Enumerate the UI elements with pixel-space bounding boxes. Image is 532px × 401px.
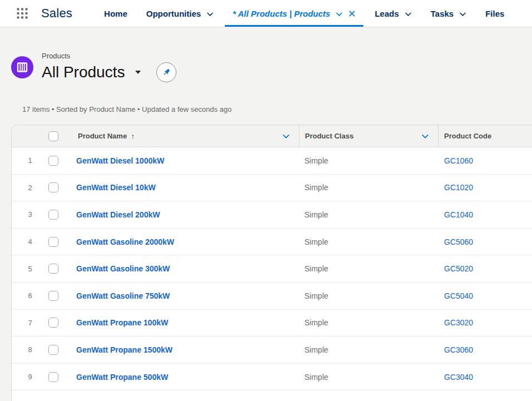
- app-launcher-button[interactable]: [16, 7, 29, 20]
- table-row: 7 GenWatt Propane 100kW Simple GC3020: [12, 310, 532, 337]
- table-row: 2 GenWatt Diesel 10kW Simple GC1020: [12, 175, 532, 202]
- row-number: 1: [12, 156, 48, 165]
- nav-tab-home-label: Home: [104, 9, 127, 18]
- app-name: Sales: [41, 6, 72, 21]
- product-name-link[interactable]: GenWatt Diesel 10kW: [76, 183, 156, 192]
- product-class-value: Simple: [299, 183, 438, 192]
- product-code-link[interactable]: GC1060: [444, 156, 473, 165]
- product-class-value: Simple: [299, 291, 438, 300]
- table-row: 1 GenWatt Diesel 1000kW Simple GC1060: [12, 147, 532, 175]
- column-menu-chevron-icon[interactable]: [420, 131, 430, 141]
- chevron-down-icon[interactable]: [336, 11, 343, 18]
- product-name-link[interactable]: GenWatt Diesel 1000kW: [76, 156, 164, 165]
- row-number: 5: [12, 265, 48, 273]
- title-block: Products All Products: [42, 52, 176, 83]
- column-header-product-name[interactable]: Product Name ↑: [72, 125, 299, 147]
- nav-tab-leads[interactable]: Leads: [365, 0, 421, 27]
- table-header-row: Product Name ↑ Product Class Product Cod…: [12, 125, 532, 147]
- table-row: 9 GenWatt Propane 500kW Simple GC3040: [12, 364, 532, 391]
- sort-ascending-icon: ↑: [131, 132, 135, 141]
- row-checkbox[interactable]: [48, 156, 58, 166]
- table-row: 5 GenWatt Gasoline 300kW Simple GC5020: [12, 255, 532, 283]
- product-class-value: Simple: [299, 373, 438, 382]
- list-view-selector-dropdown[interactable]: [133, 68, 143, 76]
- nav-tab-leads-label: Leads: [375, 9, 398, 18]
- products-list-table: Product Name ↑ Product Class Product Cod…: [11, 125, 532, 401]
- product-class-value: Simple: [299, 345, 438, 354]
- nav-tab-tasks[interactable]: Tasks: [421, 0, 476, 27]
- product-code-link[interactable]: GC3020: [444, 318, 473, 327]
- table-row: 4 GenWatt Gasoline 2000kW Simple GC5060: [12, 229, 532, 256]
- caret-down-icon: [135, 71, 141, 74]
- table-row: 3 GenWatt Diesel 200kW Simple GC1040: [12, 201, 532, 229]
- row-checkbox[interactable]: [48, 372, 58, 382]
- row-checkbox[interactable]: [48, 210, 58, 220]
- products-object-icon: [11, 56, 33, 78]
- column-menu-chevron-icon[interactable]: [281, 131, 291, 141]
- chevron-down-icon[interactable]: [405, 11, 412, 18]
- nav-tab-all-products-label: * All Products | Products: [233, 9, 330, 18]
- list-view-page: Products All Products 17 it: [0, 52, 532, 401]
- product-name-link[interactable]: GenWatt Propane 100kW: [76, 318, 168, 327]
- row-checkbox[interactable]: [48, 237, 58, 247]
- product-class-value: Simple: [299, 318, 438, 327]
- row-number: 9: [12, 373, 48, 381]
- table-row-partial: [12, 390, 532, 401]
- product-code-link[interactable]: GC5060: [444, 237, 473, 246]
- row-number: 4: [12, 237, 48, 246]
- product-code-link[interactable]: GC5020: [444, 264, 473, 273]
- table-row: 6 GenWatt Gasoline 750kW Simple GC5040: [12, 283, 532, 310]
- product-class-value: Simple: [299, 156, 438, 165]
- page-title[interactable]: All Products: [42, 63, 125, 81]
- row-checkbox[interactable]: [48, 318, 58, 328]
- row-number: 7: [12, 319, 48, 327]
- product-class-value: Simple: [299, 237, 438, 246]
- row-number: 8: [12, 345, 48, 354]
- entity-label: Products: [42, 52, 176, 60]
- select-all-checkbox[interactable]: [48, 131, 58, 141]
- global-navigation-bar: Sales Home Opportunities * All Products …: [0, 0, 532, 27]
- product-code-link[interactable]: GC1040: [444, 210, 473, 219]
- nav-tab-home[interactable]: Home: [95, 0, 137, 27]
- product-class-value: Simple: [299, 210, 438, 219]
- select-all-cell: [48, 131, 72, 141]
- product-code-link[interactable]: GC3060: [444, 345, 473, 354]
- column-header-product-code[interactable]: Product Code: [438, 125, 532, 147]
- product-name-link[interactable]: GenWatt Gasoline 750kW: [76, 291, 170, 300]
- close-tab-icon[interactable]: [348, 10, 356, 17]
- nav-tab-files-label: Files: [485, 9, 504, 18]
- product-name-link[interactable]: GenWatt Gasoline 300kW: [76, 264, 170, 273]
- product-class-value: Simple: [299, 264, 438, 273]
- table-row: 8 GenWatt Propane 1500kW Simple GC3060: [12, 336, 532, 364]
- pin-icon: [161, 67, 171, 77]
- row-checkbox[interactable]: [48, 264, 58, 274]
- product-code-link[interactable]: GC1020: [444, 183, 473, 192]
- row-number: 2: [12, 184, 48, 192]
- nav-tab-files[interactable]: Files: [476, 0, 514, 27]
- waffle-icon: [16, 7, 28, 19]
- nav-tab-opportunities-label: Opportunities: [146, 9, 201, 18]
- nav-tab-all-products-active[interactable]: * All Products | Products: [223, 0, 365, 27]
- row-checkbox[interactable]: [48, 182, 58, 192]
- list-view-status: 17 items • Sorted by Product Name • Upda…: [22, 105, 532, 113]
- product-code-link[interactable]: GC3040: [444, 373, 473, 382]
- product-name-link[interactable]: GenWatt Propane 500kW: [76, 373, 168, 382]
- row-checkbox[interactable]: [48, 291, 58, 301]
- row-number: 6: [12, 291, 48, 300]
- chevron-down-icon[interactable]: [459, 11, 466, 18]
- pin-list-view-button[interactable]: [156, 62, 176, 82]
- chevron-down-icon[interactable]: [206, 11, 214, 18]
- product-name-link[interactable]: GenWatt Diesel 200kW: [76, 210, 160, 219]
- nav-tab-opportunities[interactable]: Opportunities: [137, 0, 223, 27]
- nav-tab-tasks-label: Tasks: [431, 9, 454, 18]
- row-number: 3: [12, 210, 48, 219]
- product-name-link[interactable]: GenWatt Gasoline 2000kW: [76, 237, 174, 246]
- row-checkbox[interactable]: [48, 345, 58, 355]
- column-header-product-class[interactable]: Product Class: [299, 125, 438, 147]
- product-code-link[interactable]: GC5040: [444, 291, 473, 300]
- nav-tabs: Home Opportunities * All Products | Prod…: [95, 0, 514, 27]
- page-header: Products All Products: [11, 52, 532, 83]
- product-name-link[interactable]: GenWatt Propane 1500kW: [76, 345, 173, 354]
